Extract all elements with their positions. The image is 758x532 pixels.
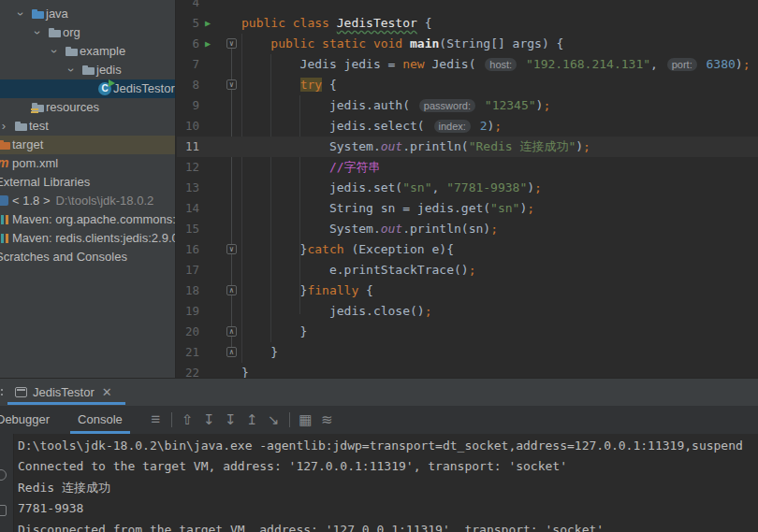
code-token: finally (307, 283, 358, 297)
code-token: ) (527, 180, 534, 194)
chevron-right-icon[interactable]: › (0, 117, 9, 136)
code-text: } (241, 363, 758, 378)
tree-item-example[interactable]: ›example (0, 42, 175, 61)
tree-item-external-libraries[interactable]: External Libraries (0, 173, 175, 192)
line-number[interactable]: 19 (177, 301, 199, 322)
tab-console[interactable]: Console (66, 406, 134, 434)
code-text: jedis.set("sn", "7781-9938"); (241, 178, 758, 198)
tree-item-resources[interactable]: resources (0, 98, 175, 117)
code-line-15[interactable]: 15 System.out.println(sn); (177, 219, 758, 239)
grid-view-icon[interactable]: ▦ (295, 406, 316, 434)
filter-settings-icon[interactable]: ≋ (316, 406, 338, 434)
code-line-8[interactable]: 8∨ try { (177, 75, 758, 95)
chevron-down-icon[interactable]: › (28, 27, 47, 38)
code-line-10[interactable]: 10 jedis.select( index: 2); (177, 116, 758, 137)
code-line-22[interactable]: 22} (177, 363, 758, 378)
code-token: ; (543, 98, 550, 112)
code-token: } (241, 242, 307, 256)
chevron-down-icon[interactable]: › (45, 46, 64, 57)
selected-tab-underline (7, 402, 125, 405)
tree-item-maven-redis-clients-jedis-2-9-0[interactable]: Maven: redis.clients:jedis:2.9.0 (0, 229, 175, 248)
line-number[interactable]: 11 (177, 137, 199, 157)
console-left-strip (0, 434, 14, 532)
code-line-5[interactable]: 5▶public class JedisTestor { (177, 13, 758, 34)
tree-item-label: Maven: redis.clients:jedis:2.9.0 (12, 231, 176, 245)
line-number[interactable]: 17 (177, 260, 199, 280)
tree-item-text: target (12, 136, 43, 154)
line-number[interactable]: 9 (177, 95, 199, 116)
console-panel[interactable]: D:\tools\jdk-18.0.2\bin\java.exe -agentl… (0, 434, 758, 532)
tab-jedistestor[interactable]: JedisTestor ✕ (7, 379, 120, 405)
code-line-12[interactable]: 12 //字符串 (177, 157, 758, 178)
tree-item-target[interactable]: target (0, 136, 175, 154)
fold-open-icon[interactable]: ∨ (226, 79, 237, 90)
tree-item-java[interactable]: ›java (0, 5, 175, 23)
fold-close-icon[interactable]: ∧ (226, 285, 237, 295)
code-line-20[interactable]: 20∧ } (177, 322, 758, 342)
line-number[interactable]: 16 (177, 239, 199, 260)
code-editor[interactable]: 45▶public class JedisTestor {6▶∨ public … (177, 0, 758, 378)
close-icon[interactable]: ✕ (102, 385, 112, 399)
line-number[interactable]: 20 (177, 322, 199, 342)
tree-item-test[interactable]: ›test (0, 117, 175, 136)
fold-close-icon[interactable]: ∧ (226, 326, 237, 337)
tree-item-jedis[interactable]: ›jedis (0, 61, 175, 79)
code-text: jedis.auth( password: "12345"); (241, 95, 758, 116)
code-text: e.printStackTrace(); (241, 260, 758, 280)
line-number[interactable]: 6 (177, 34, 199, 54)
code-token: catch (307, 242, 343, 256)
chevron-down-icon[interactable]: › (62, 65, 80, 76)
scroll-down-icon[interactable]: ↧ (198, 406, 220, 434)
line-number[interactable]: 14 (177, 198, 199, 219)
code-line-13[interactable]: 13 jedis.set("sn", "7781-9938"); (177, 178, 758, 198)
scroll-to-end-icon[interactable]: ↧ (220, 406, 241, 434)
code-text: System.out.println(sn); (241, 219, 758, 239)
code-line-6[interactable]: 6▶∨ public static void main(String[] arg… (177, 34, 758, 54)
parameter-hint: host: (485, 58, 517, 71)
tree-item-pom-xml[interactable]: mpom.xml (0, 154, 175, 173)
fold-open-icon[interactable]: ∨ (226, 244, 237, 254)
code-line-18[interactable]: 18∧ }finally { (177, 280, 758, 301)
code-token: out (381, 222, 402, 236)
navigate-caret-icon[interactable]: ↘ (263, 406, 284, 434)
tree-item-jedistestor[interactable]: CJedisTestor (0, 79, 175, 98)
code-line-14[interactable]: 14 String sn = jedis.get("sn"); (177, 198, 758, 219)
line-number[interactable]: 5 (177, 13, 199, 34)
code-token: System. (241, 222, 381, 236)
line-number[interactable]: 10 (177, 116, 199, 137)
line-number[interactable]: 8 (177, 75, 199, 95)
tab-debugger[interactable]: Debugger (0, 406, 59, 434)
tree-item-scratches-and-consoles[interactable]: Scratches and Consoles (0, 248, 175, 266)
line-number[interactable]: 18 (177, 280, 199, 301)
code-text: System.out.println("Redis 连接成功"); (241, 137, 758, 157)
console-line: 7781-9938 (18, 498, 758, 519)
run-arrow-icon[interactable]: ▶ (205, 13, 211, 34)
code-line-21[interactable]: 21∧ } (177, 342, 758, 363)
code-line-11[interactable]: 11 System.out.println("Redis 连接成功"); (177, 137, 758, 157)
restore-layout-icon[interactable]: ⇧ (177, 406, 198, 434)
code-line-9[interactable]: 9 jedis.auth( password: "12345"); (177, 95, 758, 116)
run-arrow-icon[interactable]: ▶ (205, 34, 211, 54)
console-line: Disconnected from the target VM, address… (18, 520, 758, 532)
chevron-down-icon[interactable]: › (11, 8, 30, 20)
code-line-16[interactable]: 16∨ }catch (Exception e){ (177, 239, 758, 260)
code-line-17[interactable]: 17 e.printStackTrace(); (177, 260, 758, 280)
hamburger-menu-icon[interactable]: ≡ (145, 406, 167, 434)
line-number[interactable]: 15 (177, 219, 199, 239)
code-line-4[interactable]: 4 (177, 0, 758, 13)
tree-item-org[interactable]: ›org (0, 23, 175, 42)
line-number[interactable]: 12 (177, 157, 199, 178)
tree-item-maven-org-apache-commons-com[interactable]: Maven: org.apache.commons:com (0, 210, 175, 229)
code-line-19[interactable]: 19 jedis.close(); (177, 301, 758, 322)
line-number[interactable]: 7 (177, 54, 199, 75)
fold-open-icon[interactable]: ∨ (226, 38, 237, 49)
line-number[interactable]: 13 (177, 178, 199, 198)
scroll-to-top-icon[interactable]: ↥ (241, 406, 263, 434)
line-number[interactable]: 22 (177, 363, 199, 378)
tree-item-1-8[interactable]: < 1.8 >D:\tools\jdk-18.0.2 (0, 192, 175, 210)
line-number[interactable]: 21 (177, 342, 199, 363)
code-line-7[interactable]: 7 Jedis jedis = new Jedis( host: "192.16… (177, 54, 758, 75)
line-number[interactable]: 4 (177, 0, 199, 13)
tree-item-text: JedisTestor (113, 79, 175, 98)
fold-close-icon[interactable]: ∧ (226, 347, 237, 357)
